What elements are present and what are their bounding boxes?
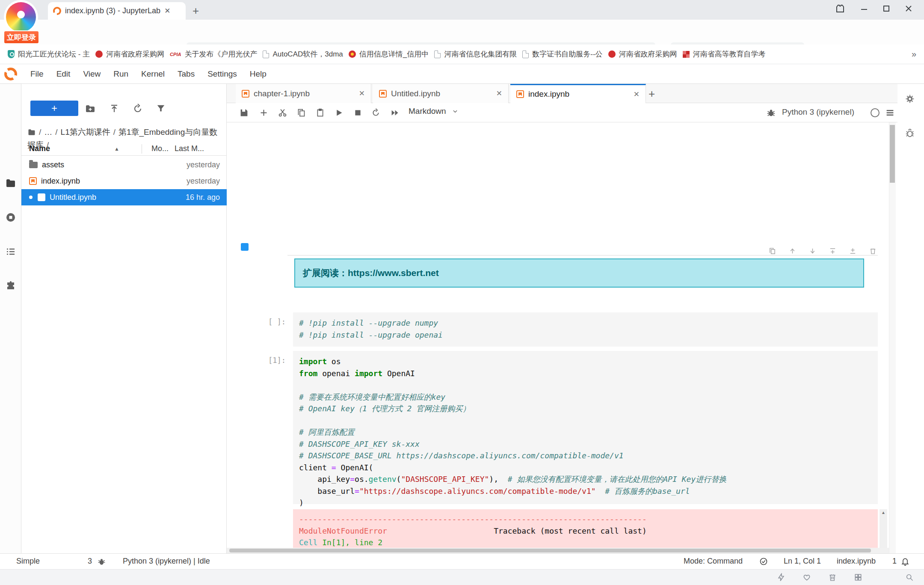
duplicate-cell-icon[interactable] — [769, 247, 776, 255]
debugger-bug-icon[interactable] — [767, 108, 776, 117]
upload-icon[interactable] — [109, 104, 119, 114]
bookmark-item[interactable]: AutoCAD软件，3dma — [263, 49, 343, 59]
folder-icon[interactable] — [27, 128, 36, 136]
tab-untitled[interactable]: Untitled.ipynb✕ — [373, 84, 509, 103]
cell-divider — [287, 255, 878, 255]
file-row[interactable]: assets yesterday — [21, 157, 227, 173]
bell-icon[interactable] — [901, 557, 909, 566]
tab-close-icon[interactable]: ✕ — [164, 6, 170, 15]
code-line: ----------------------------------------… — [299, 513, 872, 525]
file-row[interactable]: index.ipynb yesterday — [21, 173, 227, 189]
browser-tab[interactable]: index.ipynb (3) - JupyterLab ✕ — [48, 2, 186, 20]
sort-asc-icon[interactable]: ▲ — [114, 146, 119, 152]
filter-icon[interactable] — [156, 104, 166, 113]
bookmark-item[interactable]: 河南省政府采购网 — [608, 49, 677, 59]
new-folder-icon[interactable] — [85, 104, 96, 114]
delete-cell-icon[interactable] — [869, 247, 877, 255]
file-list-header[interactable]: Name ▲ Mo... Last M... — [21, 142, 227, 156]
restart-kernel-icon[interactable] — [371, 108, 380, 117]
menu-view[interactable]: View — [77, 66, 107, 82]
toolbar-menu-icon[interactable] — [886, 108, 894, 117]
favorites-heart-icon[interactable] — [803, 573, 811, 582]
theme-icon[interactable] — [835, 3, 845, 14]
menu-settings[interactable]: Settings — [201, 66, 243, 82]
refresh-icon[interactable] — [133, 104, 143, 114]
scroll-up-icon[interactable]: ▲ — [881, 510, 886, 515]
code-cell-editor[interactable]: # !pip install --upgrade numpy# !pip ins… — [293, 312, 878, 347]
cell-type-dropdown[interactable]: Markdown — [409, 107, 458, 116]
stop-kernel-icon[interactable] — [353, 108, 362, 117]
kernel-name[interactable]: Python 3 (ipykernel) — [782, 107, 854, 117]
command-mode-indicator[interactable]: Mode: Command — [684, 557, 743, 566]
breadcrumb-ellipsis[interactable]: … — [44, 128, 52, 137]
bookmark-item[interactable]: 河南省高等教育自学考 — [683, 49, 766, 59]
bookmark-item[interactable]: 阳光工匠光伏论坛 - 主 — [8, 49, 90, 59]
move-cell-up-icon[interactable] — [789, 247, 796, 255]
kernel-status-icon[interactable] — [871, 108, 880, 117]
status-bug-icon[interactable] — [98, 558, 106, 566]
tab-close-icon[interactable]: ✕ — [634, 90, 640, 99]
breadcrumb-folder[interactable]: L1第六期课件 — [61, 128, 110, 137]
move-cell-down-icon[interactable] — [809, 247, 816, 255]
output-scrollbar[interactable]: ▲ ▼ — [880, 509, 887, 553]
trash-icon[interactable] — [828, 573, 837, 582]
notebook-scrollbar[interactable] — [889, 122, 896, 553]
insert-cell-above-icon[interactable] — [829, 247, 836, 255]
column-last-modified[interactable]: Last M... — [175, 144, 204, 153]
property-inspector-gear-icon[interactable] — [905, 94, 915, 104]
extensions-puzzle-icon[interactable] — [6, 281, 16, 291]
menu-file[interactable]: File — [24, 66, 50, 82]
tab-index-active[interactable]: index.ipynb✕ — [510, 84, 646, 103]
markdown-banner[interactable]: 扩展阅读：https://www.sbert.net — [294, 258, 864, 288]
maximize-icon[interactable] — [881, 3, 891, 14]
horizontal-scrollbar-thumb[interactable] — [229, 549, 871, 552]
bookmark-item[interactable]: 信用信息详情_信用中 — [349, 49, 429, 59]
code-line: # DASHSCOPE_BASE_URL https://dashscope.a… — [299, 450, 872, 462]
tab-close-icon[interactable]: ✕ — [359, 89, 365, 98]
new-launcher-button[interactable]: + — [30, 101, 78, 116]
file-row-selected[interactable]: Untitled.ipynb 16 hr. ago — [21, 189, 227, 205]
column-modified[interactable]: Mo... — [151, 144, 169, 153]
minimize-icon[interactable] — [859, 3, 869, 14]
close-icon[interactable] — [903, 3, 914, 14]
page-zoom-icon[interactable] — [905, 573, 914, 582]
cell-collapser[interactable] — [241, 243, 249, 251]
bookmark-item[interactable]: 河南省信息化集团有限 — [434, 49, 517, 59]
paste-cell-icon[interactable] — [316, 108, 325, 117]
file-browser-icon[interactable] — [6, 178, 16, 188]
browser-toolbar: http://localhost:8888/lab/tree/3、聚客大模型五期… — [0, 20, 924, 45]
notebook-content[interactable]: 扩展阅读：https://www.sbert.net [ ]: # !pip i… — [227, 122, 924, 553]
error-output[interactable]: ----------------------------------------… — [293, 509, 878, 553]
kernel-status-text[interactable]: Python 3 (ipykernel) | Idle — [123, 557, 210, 566]
insert-cell-below-icon[interactable] — [849, 247, 856, 255]
new-tab-button[interactable]: + — [192, 4, 199, 18]
windows-grid-icon[interactable] — [854, 573, 862, 582]
save-icon[interactable] — [240, 108, 249, 117]
cut-cell-icon[interactable] — [278, 108, 287, 117]
login-button[interactable]: 立即登录 — [3, 30, 39, 44]
add-tab-button[interactable]: + — [649, 87, 655, 101]
running-sessions-icon[interactable] — [6, 212, 16, 223]
table-of-contents-icon[interactable] — [6, 246, 16, 257]
code-cell-editor[interactable]: import osfrom openai import OpenAI # 需要在… — [293, 351, 878, 504]
column-name[interactable]: Name — [29, 144, 50, 153]
cursor-position[interactable]: Ln 1, Col 1 — [784, 557, 821, 566]
copy-cell-icon[interactable] — [297, 108, 306, 117]
run-cell-icon[interactable] — [335, 108, 344, 117]
notebook-scrollbar-thumb[interactable] — [890, 125, 895, 183]
menu-run[interactable]: Run — [107, 66, 135, 82]
insert-cell-icon[interactable] — [259, 108, 268, 117]
menu-tabs[interactable]: Tabs — [171, 66, 201, 82]
tab-chapter-1[interactable]: chapter-1.ipynb✕ — [236, 84, 371, 103]
restart-run-all-icon[interactable] — [390, 108, 400, 117]
bookmark-item[interactable]: 数字证书自助服务--公 — [522, 49, 602, 59]
menu-help[interactable]: Help — [243, 66, 273, 82]
debugger-sidebar-bug-icon[interactable] — [905, 128, 915, 138]
menu-edit[interactable]: Edit — [50, 66, 77, 82]
tab-close-icon[interactable]: ✕ — [496, 89, 502, 98]
bookmark-item[interactable]: CPIA关于发布《户用光伏产 — [170, 49, 257, 59]
bookmark-item[interactable]: 河南省政府采购网 — [95, 49, 164, 59]
boost-lightning-icon[interactable] — [777, 573, 785, 582]
menu-kernel[interactable]: Kernel — [135, 66, 171, 82]
bookmarks-overflow-chevron[interactable]: » — [912, 49, 916, 59]
